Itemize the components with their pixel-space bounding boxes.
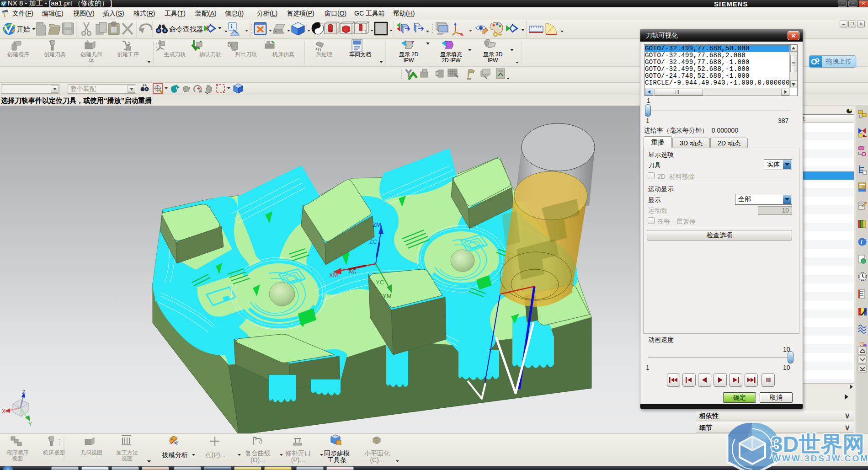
svg-text:命令查找器: 命令查找器 <box>169 25 203 33</box>
svg-text:开始: 开始 <box>16 25 30 33</box>
svg-text:Z: Z <box>22 389 25 395</box>
svg-text:Y: Y <box>28 421 32 427</box>
svg-text:3D世界网: 3D世界网 <box>771 432 864 456</box>
svg-text:i: i <box>231 23 233 30</box>
svg-text:X: X <box>2 408 5 415</box>
svg-text:YM: YM <box>383 293 392 299</box>
svg-text:i: i <box>861 239 863 246</box>
svg-text:WWW.3DSJW.COM: WWW.3DSJW.COM <box>772 454 868 463</box>
svg-text:ZC: ZC <box>369 238 377 245</box>
svg-text:ZM: ZM <box>373 221 381 228</box>
svg-text:XC: XC <box>348 268 357 275</box>
svg-text:XM: XM <box>329 272 338 278</box>
svg-text:YC: YC <box>376 279 384 286</box>
